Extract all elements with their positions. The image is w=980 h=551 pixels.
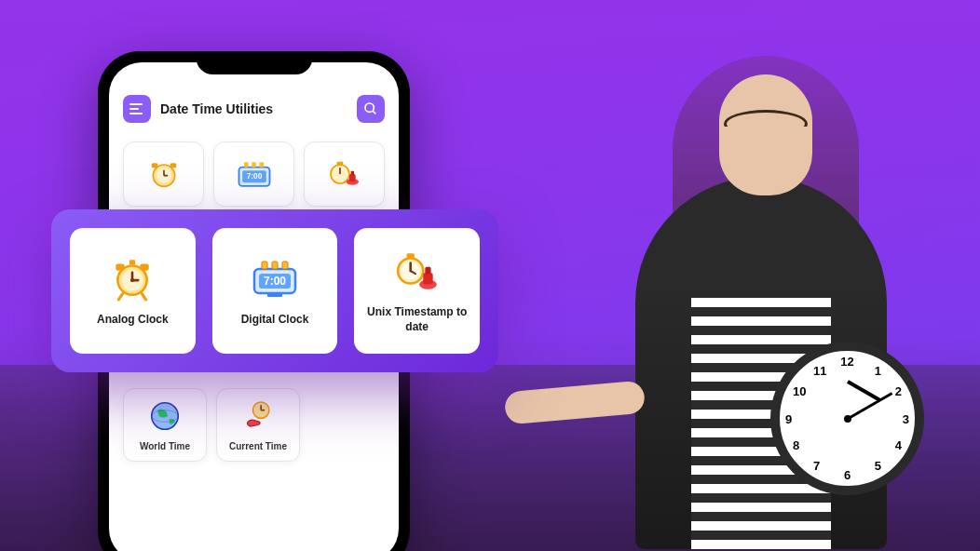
analog-clock-icon xyxy=(145,155,183,193)
tile-label: Current Time xyxy=(229,441,287,451)
svg-text:7:00: 7:00 xyxy=(264,275,286,288)
digital-clock-icon: 7:00 xyxy=(234,155,275,193)
analog-clock-icon xyxy=(109,255,156,302)
card-label: Digital Clock xyxy=(241,313,309,328)
menu-button[interactable] xyxy=(123,95,151,123)
svg-rect-39 xyxy=(267,293,282,297)
phone-notch xyxy=(196,51,312,74)
search-button[interactable] xyxy=(357,95,385,123)
svg-line-1 xyxy=(373,111,375,114)
card-label: Unix Timestamp to date xyxy=(363,305,470,334)
feature-popout-panel: Analog Clock 7:00 Digital Clock xyxy=(51,209,498,372)
tile-world-time[interactable]: World Time xyxy=(123,388,207,462)
tile-digital-small[interactable]: 7:00 xyxy=(213,141,294,207)
svg-rect-37 xyxy=(272,262,278,269)
wall-clock-prop: 12 3 6 9 1 2 4 5 7 8 10 11 xyxy=(770,342,924,495)
app-title: Date Time Utilities xyxy=(160,101,347,116)
svg-rect-27 xyxy=(116,263,125,270)
tile-analog-small[interactable] xyxy=(123,141,204,207)
card-analog-clock[interactable]: Analog Clock xyxy=(70,228,196,354)
card-label: Analog Clock xyxy=(97,313,169,328)
svg-text:7:00: 7:00 xyxy=(246,173,262,181)
svg-rect-15 xyxy=(336,162,343,165)
stopwatch-stamp-icon xyxy=(394,248,441,294)
bottom-tiles-row: World Time Current Time xyxy=(109,379,399,471)
svg-rect-11 xyxy=(244,162,249,168)
svg-rect-47 xyxy=(425,267,430,274)
svg-rect-5 xyxy=(170,163,176,168)
svg-rect-13 xyxy=(259,162,264,168)
svg-rect-18 xyxy=(349,174,356,181)
card-unix-timestamp[interactable]: Unix Timestamp to date xyxy=(354,228,480,354)
svg-rect-36 xyxy=(262,262,267,269)
svg-rect-4 xyxy=(151,163,157,168)
svg-rect-12 xyxy=(252,162,256,168)
svg-rect-29 xyxy=(129,260,135,264)
tile-current-time[interactable]: Current Time xyxy=(216,388,300,462)
small-tiles-row: 7:00 xyxy=(109,132,399,216)
tile-timestamp-small[interactable] xyxy=(304,141,385,207)
search-icon xyxy=(363,101,378,116)
digital-clock-icon: 7:00 xyxy=(249,255,301,302)
svg-rect-42 xyxy=(406,253,414,258)
svg-rect-38 xyxy=(282,262,288,269)
svg-rect-46 xyxy=(423,273,432,285)
svg-point-32 xyxy=(130,278,134,282)
stopwatch-stamp-icon xyxy=(326,155,363,193)
tile-label: World Time xyxy=(140,441,190,451)
card-digital-clock[interactable]: 7:00 Digital Clock xyxy=(212,228,338,354)
svg-rect-19 xyxy=(350,171,353,175)
globe-icon xyxy=(147,398,183,434)
hand-clock-icon xyxy=(240,398,276,434)
svg-point-0 xyxy=(365,103,374,112)
svg-rect-28 xyxy=(141,263,149,270)
